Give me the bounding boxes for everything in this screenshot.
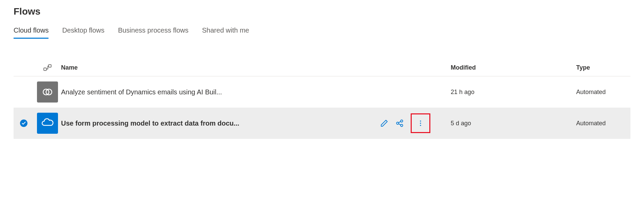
edit-button[interactable] — [379, 118, 389, 128]
tab-cloud-flows[interactable]: Cloud flows — [14, 26, 48, 39]
pencil-icon — [380, 119, 388, 127]
flow-name-cell: Analyze sentiment of Dynamics emails usi… — [61, 88, 379, 96]
tab-desktop-flows[interactable]: Desktop flows — [62, 26, 104, 39]
svg-rect-0 — [44, 68, 46, 71]
row-actions — [379, 113, 451, 133]
flow-icon-cell — [34, 113, 61, 134]
flow-icon-cell — [34, 81, 61, 103]
dynamics-icon — [37, 81, 58, 103]
flow-modified: 5 d ago — [451, 120, 576, 127]
flow-name[interactable]: Use form processing model to extract dat… — [61, 119, 239, 127]
row-select[interactable] — [14, 119, 34, 127]
onedrive-icon — [37, 113, 58, 134]
column-header-modified[interactable]: Modified — [451, 64, 576, 71]
tab-business-process-flows[interactable]: Business process flows — [118, 26, 189, 39]
flow-name-cell: Use form processing model to extract dat… — [61, 119, 379, 127]
more-vertical-icon — [417, 119, 424, 127]
svg-line-7 — [398, 122, 401, 123]
column-icon[interactable] — [34, 63, 61, 72]
column-header-name[interactable]: Name — [61, 64, 379, 71]
flow-type: Automated — [576, 120, 630, 127]
column-header-type[interactable]: Type — [576, 64, 630, 71]
flows-table: Name Modified Type Analyze sentiment of … — [14, 59, 630, 139]
more-actions-button[interactable] — [416, 118, 425, 128]
table-header: Name Modified Type — [14, 59, 630, 76]
tab-shared-with-me[interactable]: Shared with me — [202, 26, 249, 39]
table-row[interactable]: Analyze sentiment of Dynamics emails usi… — [14, 76, 630, 108]
checkmark-icon — [20, 119, 27, 127]
flow-modified: 21 h ago — [451, 89, 576, 96]
tabs: Cloud flows Desktop flows Business proce… — [14, 26, 630, 39]
svg-point-5 — [401, 120, 403, 122]
table-row[interactable]: Use form processing model to extract dat… — [14, 108, 630, 139]
page-title: Flows — [14, 6, 630, 17]
more-actions-highlight — [411, 113, 430, 133]
share-button[interactable] — [395, 118, 405, 128]
svg-point-9 — [420, 121, 421, 122]
flow-name[interactable]: Analyze sentiment of Dynamics emails usi… — [61, 88, 222, 96]
flow-header-icon — [43, 63, 52, 72]
svg-rect-1 — [48, 64, 51, 67]
svg-point-10 — [420, 123, 421, 124]
svg-point-11 — [420, 125, 421, 126]
svg-line-8 — [398, 124, 401, 125]
svg-point-6 — [401, 124, 403, 127]
share-icon — [395, 119, 404, 128]
flow-type: Automated — [576, 89, 630, 96]
